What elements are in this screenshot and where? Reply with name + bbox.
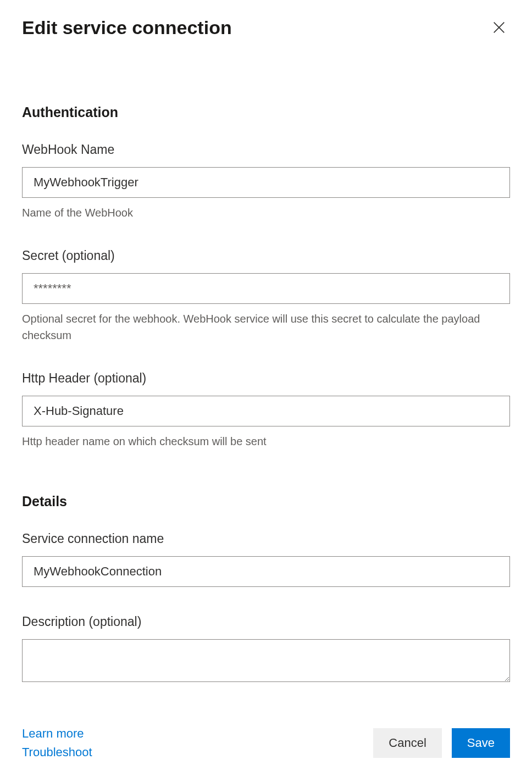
details-section-title: Details	[22, 494, 510, 509]
secret-help: Optional secret for the webhook. WebHook…	[22, 311, 510, 343]
http-header-label: Http Header (optional)	[22, 371, 510, 386]
http-header-help: Http header name on which checksum will …	[22, 433, 510, 450]
save-button[interactable]: Save	[452, 728, 510, 758]
cancel-button[interactable]: Cancel	[373, 728, 441, 758]
webhook-name-input[interactable]	[22, 167, 510, 198]
description-input[interactable]	[22, 639, 510, 682]
dialog-title: Edit service connection	[22, 17, 232, 38]
close-icon	[491, 20, 507, 35]
secret-field-group: Secret (optional) Optional secret for th…	[22, 248, 510, 343]
webhook-name-label: WebHook Name	[22, 142, 510, 157]
connection-name-label: Service connection name	[22, 531, 510, 546]
dialog-content: Authentication WebHook Name Name of the …	[0, 44, 532, 710]
secret-label: Secret (optional)	[22, 248, 510, 263]
dialog-header: Edit service connection	[0, 0, 532, 44]
webhook-name-help: Name of the WebHook	[22, 204, 510, 221]
learn-more-link[interactable]: Learn more	[22, 727, 92, 741]
footer-links: Learn more Troubleshoot	[22, 727, 92, 760]
connection-name-field-group: Service connection name	[22, 531, 510, 587]
troubleshoot-link[interactable]: Troubleshoot	[22, 745, 92, 760]
connection-name-input[interactable]	[22, 556, 510, 587]
description-label: Description (optional)	[22, 614, 510, 629]
description-field-group: Description (optional)	[22, 614, 510, 684]
close-button[interactable]	[488, 16, 510, 38]
authentication-section-title: Authentication	[22, 104, 510, 120]
http-header-input[interactable]	[22, 396, 510, 426]
dialog-footer: Learn more Troubleshoot Cancel Save	[0, 716, 532, 776]
secret-input[interactable]	[22, 273, 510, 304]
footer-buttons: Cancel Save	[373, 728, 510, 758]
webhook-name-field-group: WebHook Name Name of the WebHook	[22, 142, 510, 221]
http-header-field-group: Http Header (optional) Http header name …	[22, 371, 510, 450]
